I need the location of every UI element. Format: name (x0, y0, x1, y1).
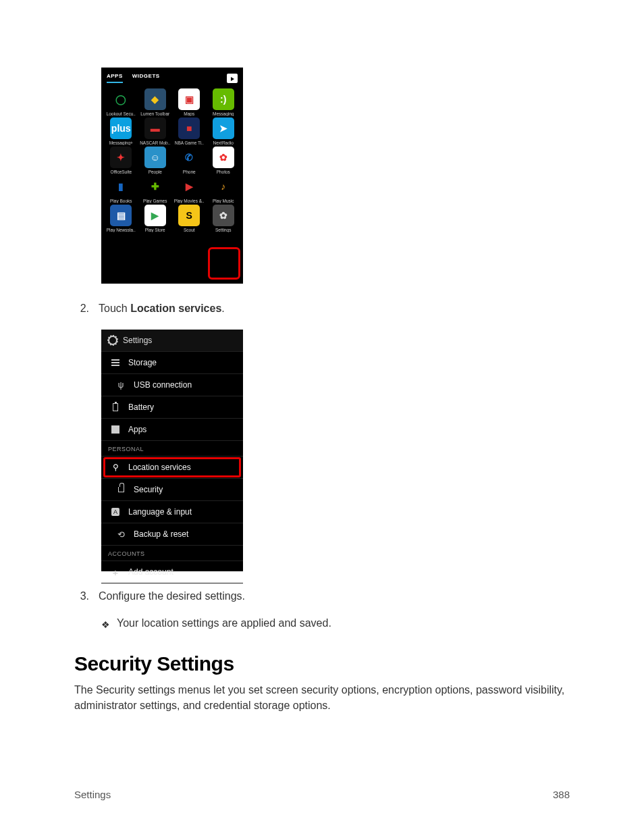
note-text: Your location settings are applied and s… (117, 617, 331, 629)
settings-item-label: Backup & reset (134, 529, 188, 539)
app-play-movies[interactable]: ▶Play Movies &.. (172, 176, 207, 203)
settings-item-apps[interactable]: Apps (101, 419, 243, 441)
app-play-store[interactable]: ▶Play Store (138, 205, 173, 232)
app-icon: ▬ (144, 118, 166, 139)
footer-chapter: Settings (74, 789, 111, 800)
app-play-music[interactable]: ♪Play Music (207, 176, 241, 203)
app-icon: ✿ (213, 147, 234, 168)
settings-item-backup-reset[interactable]: Backup & reset (101, 523, 243, 546)
app-icon: ▤ (110, 205, 132, 226)
step-3: 3. Configure the desired settings. (74, 590, 570, 602)
app-label: Play Newssta.. (105, 228, 137, 232)
settings-header: Settings (101, 330, 243, 352)
app-label: Play Music (207, 199, 240, 203)
app-officesuite[interactable]: ✦OfficeSuite (104, 147, 138, 174)
shop-icon[interactable] (227, 74, 238, 83)
sparkle-icon: ❖ (101, 617, 110, 632)
settings-item-label: Battery (128, 402, 154, 412)
settings-item-add-account[interactable]: Add account (101, 561, 243, 583)
app-messaging[interactable]: :)Messaging (207, 88, 241, 116)
app-icon: plus (110, 118, 132, 139)
app-icon: ▮ (110, 176, 132, 197)
app-label: Messaging+ (105, 140, 137, 145)
settings-item-label: Add account (128, 567, 173, 577)
app-icon: ✚ (144, 176, 166, 197)
app-lookout-secu[interactable]: ◯Lookout Secu.. (104, 88, 138, 116)
tab-widgets[interactable]: WIDGETS (132, 73, 160, 83)
app-lumen-toolbar[interactable]: ◆Lumen Toolbar (138, 88, 173, 116)
step-text-bold: Location services (130, 303, 221, 314)
tab-apps[interactable]: APPS (107, 73, 123, 83)
app-photos[interactable]: ✿Photos (207, 147, 241, 174)
app-label: OfficeSuite (105, 170, 137, 174)
lang-icon: A (111, 507, 120, 517)
apps-grid: ◯Lookout Secu..◆Lumen Toolbar▣Maps:)Mess… (103, 84, 242, 234)
page-footer: Settings 388 (74, 789, 570, 800)
settings-item-location-services[interactable]: ⚲Location services (101, 457, 243, 479)
app-label: Play Books (105, 199, 137, 203)
app-people[interactable]: ☺People (138, 147, 173, 174)
gear-icon (108, 336, 117, 345)
app-maps[interactable]: ▣Maps (172, 88, 207, 116)
app-label: Photos (207, 170, 240, 174)
app-label: NASCAR Mob.. (139, 140, 171, 145)
settings-item-usb-connection[interactable]: USB connection (101, 374, 243, 396)
settings-highlight (208, 247, 240, 280)
app-label: Messaging (207, 111, 240, 116)
app-settings[interactable]: ✿Settings (207, 205, 241, 232)
app-icon: :) (213, 88, 234, 110)
app-icon: ◯ (110, 88, 132, 110)
section-accounts: ACCOUNTS (101, 546, 243, 561)
app-icon: S (178, 205, 200, 226)
settings-screenshot: Settings StorageUSB connectionBatteryApp… (101, 330, 243, 571)
pin-icon: ⚲ (111, 463, 120, 472)
app-play-books[interactable]: ▮Play Books (104, 176, 138, 203)
settings-item-battery[interactable]: Battery (101, 396, 243, 419)
app-label: Lumen Toolbar (139, 111, 171, 116)
app-label: Play Store (139, 228, 171, 232)
app-nextradio[interactable]: ➤NextRadio (207, 118, 241, 145)
app-nascar-mob[interactable]: ▬NASCAR Mob.. (138, 118, 173, 145)
result-note: ❖ Your location settings are applied and… (101, 617, 570, 632)
section-personal: PERSONAL (101, 441, 243, 457)
settings-item-label: Apps (128, 425, 146, 434)
app-label: NextRadio (207, 140, 240, 145)
apps-header: APPS WIDGETS (103, 70, 242, 84)
app-label: Play Movies &.. (173, 199, 205, 203)
settings-item-storage[interactable]: Storage (101, 352, 243, 374)
settings-title: Settings (123, 336, 152, 345)
step-text: Configure the desired settings. (99, 590, 245, 602)
app-icon: ☺ (144, 147, 166, 168)
bat-icon (111, 402, 120, 412)
app-scout[interactable]: SScout (172, 205, 207, 232)
app-label: Play Games (139, 199, 171, 203)
plus-icon (111, 567, 120, 577)
app-icon: ➤ (213, 118, 234, 139)
app-messaging[interactable]: plusMessaging+ (104, 118, 138, 145)
step-text-pre: Touch (99, 303, 130, 314)
app-icon: ♪ (213, 176, 234, 197)
app-label: NBA Game Ti.. (173, 140, 205, 145)
app-play-newssta[interactable]: ▤Play Newssta.. (104, 205, 138, 232)
settings-item-label: USB connection (134, 380, 192, 390)
settings-item-language-input[interactable]: ALanguage & input (101, 501, 243, 523)
step-number: 3. (74, 590, 89, 602)
app-icon: ▣ (178, 88, 200, 110)
lock-icon (116, 485, 126, 494)
app-play-games[interactable]: ✚Play Games (138, 176, 173, 203)
app-nba-game-ti[interactable]: ■NBA Game Ti.. (172, 118, 207, 145)
apps-icon (111, 425, 120, 434)
app-phone[interactable]: ✆Phone (172, 147, 207, 174)
app-label: Lookout Secu.. (105, 111, 137, 116)
settings-item-label: Storage (128, 358, 157, 367)
section-body: The Security settings menus let you set … (74, 682, 570, 713)
settings-item-security[interactable]: Security (101, 479, 243, 501)
app-icon: ✆ (178, 147, 200, 168)
app-icon: ▶ (144, 205, 166, 226)
step-text: Touch Location services. (99, 303, 225, 315)
app-icon: ▶ (178, 176, 200, 197)
settings-item-label: Location services (128, 463, 191, 472)
settings-item-label: Language & input (128, 507, 192, 517)
app-label: Phone (173, 170, 205, 174)
app-icon: ✿ (213, 205, 234, 226)
